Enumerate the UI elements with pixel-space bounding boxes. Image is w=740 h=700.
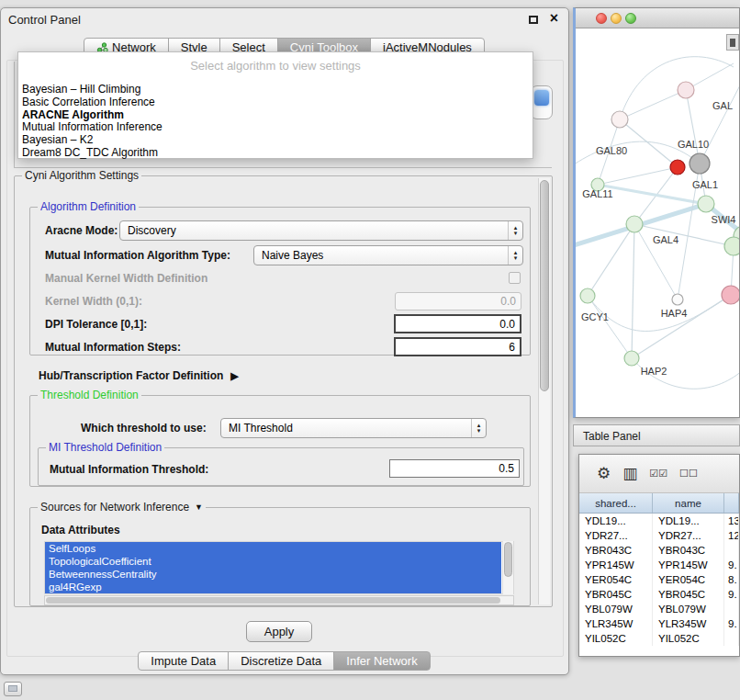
mi-algorithm-type-label: Mutual Information Algorithm Type: [45,245,230,265]
sources-section-toggle[interactable]: Sources for Network Inference ▼ [38,501,206,514]
column-header-1[interactable]: name [653,493,724,513]
settings-scrollbar-thumb[interactable] [540,180,549,391]
table-body: YDL19...YDL19...13YDR27...YDR27...12YBR0… [579,514,739,656]
attribute-item-selfloops[interactable]: SelfLoops [45,542,501,555]
hub-transcription-label: Hub/Transcription Factor Definition [39,369,223,382]
network-canvas[interactable]: GALGAL80GAL10GAL11GAL1SWI4GAL4GCY1HAP4HA… [576,28,739,417]
table-cell: YLR345W [579,616,653,631]
gear-icon[interactable]: ⚙ [597,466,611,481]
algorithm-option-bayesian-k2[interactable]: Bayesian – K2 [18,134,533,147]
mi-algorithm-type-value: Naive Bayes [254,249,508,262]
table-row[interactable]: YBR043CYBR043C [579,543,739,558]
attribute-item-topologicalcoefficient[interactable]: TopologicalCoefficient [45,555,501,568]
attributes-h-scrollbar-thumb[interactable] [46,597,500,604]
network-node-label: GCY1 [581,311,609,322]
network-edge[interactable] [620,119,678,167]
tab-label: Infer Network [346,652,417,670]
apply-button[interactable]: Apply [246,621,312,642]
network-node-label: HAP4 [661,308,688,319]
mi-threshold-input[interactable] [389,459,520,478]
settings-scrollbar[interactable] [538,178,550,604]
table-cell: YBL079W [653,602,724,616]
network-edge[interactable] [686,90,700,164]
table-row[interactable]: YDR27...YDR27...12 [579,528,739,543]
network-window-titlebar[interactable] [576,8,739,28]
column-header-0[interactable]: shared... [579,493,653,513]
network-edge[interactable] [700,84,739,164]
attributes-scrollbar-thumb[interactable] [504,542,512,577]
algorithm-option-basic-correlation-inference[interactable]: Basic Correlation Inference [18,96,533,109]
combo-arrows-icon: ▴▾ [508,246,522,265]
network-node[interactable] [672,294,683,305]
network-node[interactable] [611,111,628,128]
network-node[interactable] [580,288,595,303]
algorithm-option-bayesian-hill-climbing[interactable]: Bayesian – Hill Climbing [18,84,533,96]
network-node[interactable] [670,160,685,175]
data-attributes-label: Data Attributes [41,525,120,536]
desktop: Control Panel × NetworkStyleSelectCyni T… [0,0,740,700]
mi-algorithm-type-select[interactable]: Naive Bayes ▴▾ [253,245,523,265]
table-panel-header[interactable]: Table Panel [573,424,740,446]
network-node[interactable] [624,351,639,366]
bottom-tab-discretize-data[interactable]: Discretize Data [228,651,334,671]
network-node[interactable] [678,82,694,98]
mi-threshold-definition-group: MI Threshold Definition Mutual Informati… [38,447,524,486]
bottom-tab-impute-data[interactable]: Impute Data [138,651,229,671]
float-window-icon[interactable] [529,16,538,24]
cyni-algorithm-settings-group: Cyni Algorithm Settings Algorithm Defini… [14,175,553,607]
bottom-tab-infer-network[interactable]: Infer Network [333,651,430,671]
table-row[interactable]: YDL19...YDL19...13 [579,514,739,528]
network-node[interactable] [724,237,739,255]
table-cell: YBR045C [653,587,724,602]
algorithm-select-placeholder[interactable]: Select algorithm to view settings [18,52,533,84]
table-cell: YPR145W [653,558,724,572]
table-row[interactable]: YLR345WYLR345W9. [579,616,739,631]
table-row[interactable]: YIL052CYIL052C [579,631,739,646]
table-row[interactable]: YBL079WYBL079W [579,602,739,616]
collapsed-panel-icon[interactable] [4,682,22,696]
select-all-icon[interactable]: ☑☑ [649,469,667,479]
table-cell [724,602,739,616]
columns-icon[interactable]: ▥ [622,466,637,481]
network-edge[interactable] [632,224,634,358]
table-cell: 8. [724,572,739,587]
mi-steps-input[interactable] [394,337,521,356]
close-icon[interactable]: × [550,11,558,26]
network-edge[interactable] [620,90,686,119]
attributes-scrollbar[interactable] [502,541,513,594]
canvas-corner-widget[interactable] [726,34,739,51]
dpi-tolerance-input[interactable] [394,314,521,333]
combo-arrows-icon: ▴▾ [508,221,522,240]
table-cell: 13 [724,514,739,528]
which-threshold-select[interactable]: MI Threshold ▴▾ [220,418,487,438]
network-node[interactable] [698,196,714,212]
network-edge[interactable] [634,224,734,246]
table-row[interactable]: YER054CYER054C8. [579,572,739,587]
close-traffic-light-icon[interactable] [596,13,607,24]
aracne-mode-select[interactable]: Discovery ▴▾ [119,220,523,241]
column-header-2[interactable] [724,493,739,513]
attribute-item-gal4rgexp[interactable]: gal4RGexp [45,581,501,593]
algorithm-option-aracne-algorithm[interactable]: ARACNE Algorithm [18,109,533,122]
algorithm-option-dream8-dc-tdc-algorithm[interactable]: Dream8 DC_TDC Algorithm [18,147,533,160]
zoom-traffic-light-icon[interactable] [625,13,636,24]
aracne-mode-value: Discovery [120,224,508,237]
network-node[interactable] [690,153,710,174]
network-node-label: GAL11 [582,188,612,199]
table-row[interactable]: YBR045CYBR045C9. [579,587,739,602]
table-cell: YDR27... [579,528,653,543]
network-edge[interactable] [598,167,678,185]
attribute-item-betweennesscentrality[interactable]: BetweennessCentrality [45,568,501,581]
algorithm-option-mutual-information-inference[interactable]: Mutual Information Inference [18,121,533,134]
minimize-traffic-light-icon[interactable] [611,13,622,24]
mi-threshold-label: Mutual Information Threshold: [50,460,208,479]
attributes-h-scrollbar[interactable] [44,595,514,605]
network-node[interactable] [626,216,643,232]
table-row[interactable]: YPR145WYPR145W9. [579,558,739,572]
network-node[interactable] [722,286,739,304]
kernel-width-input[interactable] [395,292,521,310]
select-none-icon[interactable]: ☐☐ [679,469,698,479]
manual-kernel-checkbox[interactable] [509,272,521,284]
table-cell [724,543,739,558]
hub-transcription-section-toggle[interactable]: Hub/Transcription Factor Definition ▶ [39,369,239,382]
